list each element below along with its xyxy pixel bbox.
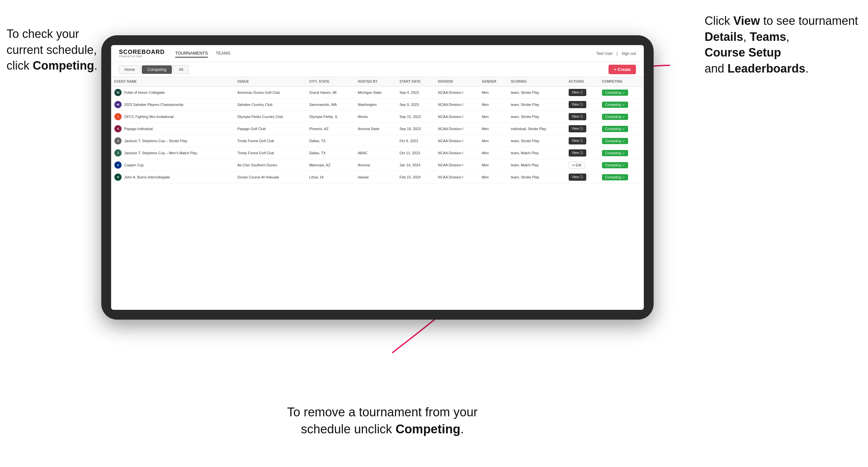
actions-cell: View ⓘ <box>565 86 599 99</box>
competing-cell: Competing <box>599 159 644 171</box>
col-scoring: SCORING <box>507 77 565 86</box>
team-logo: I <box>114 113 122 120</box>
view-button[interactable]: View ⓘ <box>569 125 586 132</box>
event-name: Folds of Honor Collegiate <box>124 91 165 94</box>
navbar: SCOREBOARD Powered by clippi TOURNAMENTS… <box>111 45 644 62</box>
nav-separator: | <box>617 51 618 56</box>
scoring-cell: team, Stroke Play <box>507 111 565 123</box>
event-name: OFCC Fighting Illini Invitational <box>124 115 174 119</box>
edit-button[interactable]: ✏ Edit <box>569 162 585 168</box>
competing-cell: Competing <box>599 147 644 159</box>
nav-tournaments[interactable]: TOURNAMENTS <box>175 49 208 58</box>
start-date-cell: Sep 4, 2023 <box>396 86 435 99</box>
team-logo: W <box>114 101 122 108</box>
col-city-state: CITY, STATE <box>306 77 354 86</box>
annotation-comma1: , <box>743 30 750 43</box>
division-cell: NCAA Division I <box>435 135 478 147</box>
hosted-by-cell: Michigan State <box>354 86 396 99</box>
event-name-cell: A Copper Cup <box>111 159 234 171</box>
table-header-row: EVENT NAME VENUE CITY, STATE HOSTED BY S… <box>111 77 644 86</box>
competing-button[interactable]: Competing <box>602 90 628 96</box>
actions-cell: View ⓘ <box>565 99 599 111</box>
col-actions: ACTIONS <box>565 77 599 86</box>
gender-cell: Men <box>478 171 507 183</box>
competing-cell: Competing <box>599 111 644 123</box>
competing-button[interactable]: Competing <box>602 162 628 168</box>
start-date-cell: Oct 9, 2023 <box>396 135 435 147</box>
tab-home[interactable]: Home <box>119 65 141 74</box>
hosted-by-cell: Arizona State <box>354 123 396 135</box>
division-cell: NCAA Division I <box>435 171 478 183</box>
annotation-line3-prefix: click <box>6 59 33 72</box>
competing-button[interactable]: Competing <box>602 174 628 180</box>
col-hosted-by: HOSTED BY <box>354 77 396 86</box>
actions-cell: View ⓘ <box>565 171 599 183</box>
event-name: Jackson T. Stephens Cup – Stroke Play <box>124 139 187 143</box>
annotation-middle: to see tournament <box>760 14 858 27</box>
event-name-cell: W 2023 Sahalee Players Championship <box>111 99 234 111</box>
city-state-cell: Olympia Fields, IL <box>306 111 354 123</box>
hosted-by-cell: Illinois <box>354 111 396 123</box>
team-logo: A <box>114 125 122 132</box>
brand-sub: Powered by clippi <box>119 55 165 58</box>
competing-button[interactable]: Competing <box>602 138 628 144</box>
competing-cell: Competing <box>599 86 644 99</box>
venue-cell: Olympia Fields Country Club <box>234 111 306 123</box>
tab-competing[interactable]: Competing <box>142 65 172 74</box>
event-name: John A. Burns Intercollegiate <box>124 175 170 179</box>
tab-all[interactable]: All <box>173 65 189 74</box>
hosted-by-cell: ABAC <box>354 147 396 159</box>
start-date-cell: Sep 18, 2023 <box>396 123 435 135</box>
gender-cell: Men <box>478 135 507 147</box>
division-cell: NCAA Division I <box>435 111 478 123</box>
scoring-cell: team, Stroke Play <box>507 99 565 111</box>
competing-button[interactable]: Competing <box>602 102 628 108</box>
event-name: 2023 Sahalee Players Championship <box>124 103 183 106</box>
start-date-cell: Jan 14, 2024 <box>396 159 435 171</box>
view-button[interactable]: View ⓘ <box>569 137 586 145</box>
division-cell: NCAA Division I <box>435 159 478 171</box>
competing-button[interactable]: Competing <box>602 150 628 156</box>
annotation-line1: To check your <box>6 27 79 40</box>
venue-cell: American Dunes Golf Club <box>234 86 306 99</box>
gender-cell: Men <box>478 86 507 99</box>
view-button[interactable]: View ⓘ <box>569 174 586 181</box>
create-button[interactable]: + Create <box>609 65 636 74</box>
signout-link[interactable]: Sign out <box>622 51 636 56</box>
annotation-details-bold: Details <box>705 30 743 43</box>
start-date-cell: Feb 15, 2024 <box>396 171 435 183</box>
venue-cell: Papago Golf Club <box>234 123 306 135</box>
actions-cell: View ⓘ <box>565 135 599 147</box>
nav-links: TOURNAMENTS TEAMS <box>175 49 230 58</box>
city-state-cell: Phoenix, AZ <box>306 123 354 135</box>
view-button[interactable]: View ⓘ <box>569 101 586 108</box>
hosted-by-cell <box>354 135 396 147</box>
annotation-and: and <box>705 62 727 75</box>
annotation-period2: . <box>805 62 808 75</box>
actions-cell: View ⓘ <box>565 111 599 123</box>
city-state-cell: Dallas, TX <box>306 135 354 147</box>
event-name-cell: J Jackson T. Stephens Cup – Men's Match … <box>111 147 234 159</box>
nav-teams[interactable]: TEAMS <box>216 49 230 58</box>
view-button[interactable]: View ⓘ <box>569 89 586 96</box>
view-button[interactable]: View ⓘ <box>569 113 586 120</box>
event-name: Papago Individual <box>124 127 153 131</box>
annotation-line2: current schedule, <box>6 43 97 57</box>
start-date-cell: Sep 9, 2023 <box>396 99 435 111</box>
competing-button[interactable]: Competing <box>602 126 628 132</box>
venue-cell: Ak-Chin Southern Dunes <box>234 159 306 171</box>
annotation-topright: Click View to see tournament Details, Te… <box>705 13 862 76</box>
scoring-cell: team, Stroke Play <box>507 135 565 147</box>
annotation-click: Click <box>705 14 733 27</box>
sub-toolbar: Home Competing All + Create <box>111 62 644 77</box>
competing-button[interactable]: Competing <box>602 114 628 120</box>
table-row: W 2023 Sahalee Players Championship Saha… <box>111 99 644 111</box>
view-button[interactable]: View ⓘ <box>569 149 586 157</box>
hosted-by-cell: Washington <box>354 99 396 111</box>
event-name-cell: A Papago Individual <box>111 123 234 135</box>
nav-right: Test User | Sign out <box>596 51 636 56</box>
team-logo: A <box>114 161 122 168</box>
annotation-bottom-period: . <box>461 422 464 436</box>
col-start-date: START DATE <box>396 77 435 86</box>
col-division: DIVISION <box>435 77 478 86</box>
